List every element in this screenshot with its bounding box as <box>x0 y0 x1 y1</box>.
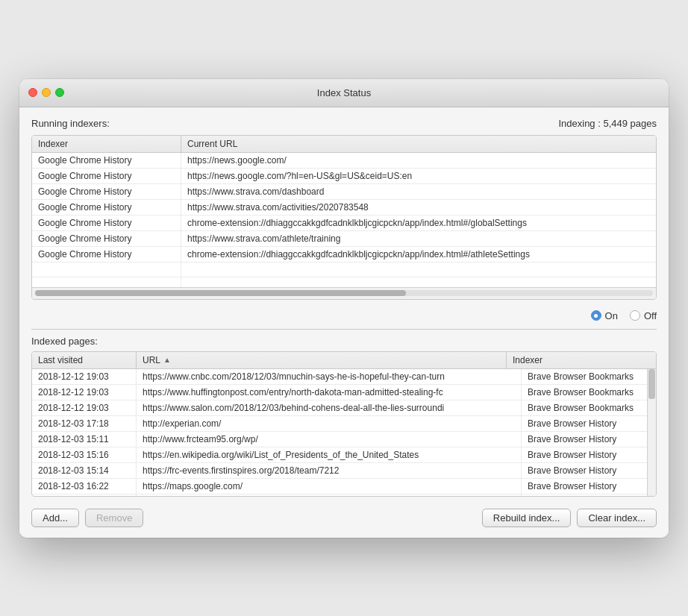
indexer-cell: Brave Browser History <box>522 494 656 496</box>
url-cell: https://www.cnbc.com/2018/12/03/mnuchin-… <box>137 369 522 384</box>
table-row[interactable]: 2018-12-12 19:03 https://www.huffingtonp… <box>32 385 656 400</box>
table-row[interactable]: Google Chrome History chrome-extension:/… <box>32 216 656 231</box>
indexer-cell: Brave Browser History <box>522 479 656 494</box>
url-cell: http://www.frcteam95.org/wp/ <box>137 432 522 447</box>
url-cell: https://en.wikipedia.org/wiki/List_of_Pr… <box>137 447 522 462</box>
radio-off-label: Off <box>644 310 657 321</box>
last-visited-cell: 2018-12-03 17:18 <box>32 416 137 431</box>
table-row[interactable]: Google Chrome History https://www.strava… <box>32 200 656 216</box>
table-row-empty <box>32 277 656 287</box>
bottom-bar: Add... Remove Rebuild index... Clear ind… <box>31 504 657 527</box>
indexer-cell: Brave Browser History <box>522 432 656 447</box>
main-content: Running indexers: Indexing : 5,449 pages… <box>19 107 669 538</box>
url-cell: https://www.strava.com/dashboard <box>181 184 656 199</box>
table-row[interactable]: 2018-12-03 15:14 https://frc-events.firs… <box>32 463 656 479</box>
indexer-cell: Brave Browser History <box>522 416 656 431</box>
indexer-cell: Google Chrome History <box>32 231 181 246</box>
url-cell: https://news.google.com/ <box>181 153 656 168</box>
indexer-cell: Google Chrome History <box>32 153 181 168</box>
close-button[interactable] <box>28 88 37 97</box>
url-cell: chrome-extension://dhiaggccakkgdfcadnklk… <box>181 216 656 230</box>
running-table-header: Indexer Current URL <box>32 136 656 153</box>
radio-off-option[interactable]: Off <box>630 310 657 321</box>
table-row[interactable]: Google Chrome History chrome-extension:/… <box>32 247 656 263</box>
indexed-table: Last visited URL ▲ Indexer 2018-12-12 19… <box>31 351 657 497</box>
last-visited-cell: 2018-12-03 15:16 <box>32 447 137 462</box>
table-row[interactable]: 2018-12-03 16:22 https://maps.google.com… <box>32 494 656 496</box>
col-url: URL ▲ <box>137 352 507 368</box>
on-off-radio-group: On Off <box>31 306 657 326</box>
radio-on-option[interactable]: On <box>591 310 618 321</box>
table-row[interactable]: 2018-12-12 19:03 https://www.salon.com/2… <box>32 400 656 416</box>
url-cell: https://www.strava.com/athlete/training <box>181 231 656 246</box>
url-cell: https://news.google.com/?hl=en-US&gl=US&… <box>181 169 656 183</box>
vertical-scrollbar[interactable] <box>647 369 656 496</box>
clear-index-button[interactable]: Clear index... <box>577 509 657 527</box>
url-cell: chrome-extension://dhiaggccakkgdfcadnklk… <box>181 247 656 262</box>
url-cell: https://www.huffingtonpost.com/entry/nor… <box>137 385 522 400</box>
last-visited-cell: 2018-12-03 15:11 <box>32 432 137 447</box>
indexer-cell: Brave Browser Bookmarks <box>522 369 656 384</box>
indexer-cell: Brave Browser Bookmarks <box>522 385 656 400</box>
last-visited-cell: 2018-12-12 19:03 <box>32 385 137 400</box>
last-visited-cell: 2018-12-03 16:22 <box>32 494 137 496</box>
scrollbar-thumb[interactable] <box>35 290 406 296</box>
horizontal-scrollbar[interactable] <box>32 287 656 299</box>
table-row[interactable]: Google Chrome History https://www.strava… <box>32 184 656 200</box>
table-row[interactable]: 2018-12-12 19:03 https://www.cnbc.com/20… <box>32 369 656 385</box>
last-visited-cell: 2018-12-12 19:03 <box>32 400 137 415</box>
col-indexer-header: Indexer <box>507 352 522 368</box>
scrollbar-track[interactable] <box>35 290 653 296</box>
section-divider <box>31 329 657 330</box>
url-cell: https://maps.google.com/maps <box>137 494 522 496</box>
maximize-button[interactable] <box>55 88 64 97</box>
url-cell: https://www.strava.com/activities/202078… <box>181 200 656 215</box>
running-table-body[interactable]: Google Chrome History https://news.googl… <box>32 153 656 287</box>
add-button[interactable]: Add... <box>31 509 79 527</box>
table-row[interactable]: Google Chrome History https://news.googl… <box>32 169 656 184</box>
running-section-header: Running indexers: Indexing : 5,449 pages <box>31 118 657 129</box>
indexer-cell: Brave Browser History <box>522 463 656 478</box>
table-row-empty <box>32 263 656 277</box>
col-last-visited: Last visited <box>32 352 137 368</box>
indexer-cell: Google Chrome History <box>32 169 181 183</box>
indexer-cell: Google Chrome History <box>32 184 181 199</box>
minimize-button[interactable] <box>42 88 51 97</box>
table-row[interactable]: 2018-12-03 15:16 https://en.wikipedia.or… <box>32 447 656 463</box>
indexer-cell: Brave Browser History <box>522 447 656 462</box>
running-label: Running indexers: <box>31 118 110 129</box>
titlebar: Index Status <box>19 79 669 107</box>
table-row[interactable]: Google Chrome History https://news.googl… <box>32 153 656 169</box>
indexer-cell: Brave Browser Bookmarks <box>522 400 656 415</box>
indexed-pages-label: Indexed pages: <box>31 336 657 347</box>
url-cell: https://www.salon.com/2018/12/03/behind-… <box>137 400 522 415</box>
table-row[interactable]: Google Chrome History https://www.strava… <box>32 231 656 247</box>
indexed-table-body[interactable]: 2018-12-12 19:03 https://www.cnbc.com/20… <box>32 369 656 496</box>
col-current-url: Current URL <box>181 136 656 152</box>
url-cell: https://maps.google.com/ <box>137 479 522 494</box>
indexer-cell: Google Chrome History <box>32 200 181 215</box>
url-cell: https://frc-events.firstinspires.org/201… <box>137 463 522 478</box>
radio-on-label: On <box>605 310 618 321</box>
main-window: Index Status Running indexers: Indexing … <box>19 79 669 538</box>
last-visited-cell: 2018-12-03 15:14 <box>32 463 137 478</box>
indexed-table-header: Last visited URL ▲ Indexer <box>32 352 656 369</box>
indexer-cell: Google Chrome History <box>32 247 181 262</box>
last-visited-cell: 2018-12-12 19:03 <box>32 369 137 384</box>
radio-off-circle <box>630 310 640 321</box>
col-indexer: Indexer <box>32 136 181 152</box>
table-row[interactable]: 2018-12-03 15:11 http://www.frcteam95.or… <box>32 432 656 447</box>
traffic-lights <box>28 88 64 97</box>
last-visited-cell: 2018-12-03 16:22 <box>32 479 137 494</box>
radio-on-circle <box>591 310 601 321</box>
sort-arrow-icon: ▲ <box>163 356 171 364</box>
window-title: Index Status <box>317 87 371 98</box>
rebuild-index-button[interactable]: Rebuild index... <box>482 509 572 527</box>
indexing-status: Indexing : 5,449 pages <box>558 118 657 129</box>
running-table: Indexer Current URL Google Chrome Histor… <box>31 135 657 300</box>
table-row[interactable]: 2018-12-03 17:18 http://experian.com/ Br… <box>32 416 656 432</box>
remove-button[interactable]: Remove <box>85 509 143 527</box>
scrollbar-right-thumb[interactable] <box>648 369 655 399</box>
indexed-section: Indexed pages: Last visited URL ▲ Indexe… <box>31 336 657 527</box>
table-row[interactable]: 2018-12-03 16:22 https://maps.google.com… <box>32 479 656 494</box>
